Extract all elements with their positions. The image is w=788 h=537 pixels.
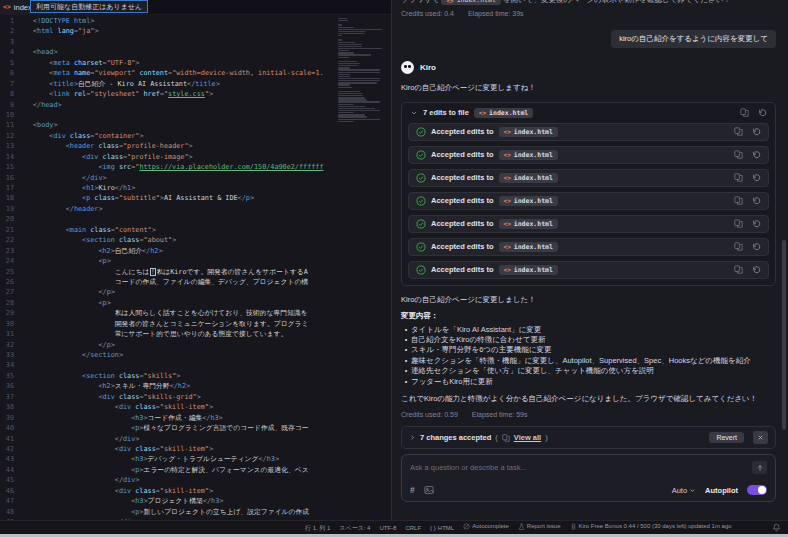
code-line: 17<h1>Kiro</h1> [0,183,335,193]
kiro-ide-window: <> index.html 利用可能な自動修正はありません 1<!DOCTYPE… [0,0,788,537]
revert-button[interactable]: Revert [709,432,744,443]
line-number: 9 [0,100,14,110]
chevron-right-icon[interactable] [409,434,416,441]
line-number: 49 [0,517,14,520]
chat-input[interactable] [410,463,752,472]
status-bar-item[interactable]: スペース: 4 [339,524,370,533]
minimap-line [338,116,367,117]
line-number: 37 [0,392,14,402]
check-circle-icon [416,219,426,229]
code-area[interactable]: 1<!DOCTYPE html>2<html lang="ja">34<head… [0,15,391,520]
diff-icon[interactable] [740,108,749,117]
code-editor-pane[interactable]: <> index.html 利用可能な自動修正はありません 1<!DOCTYPE… [0,0,392,520]
line-number: 24 [0,256,14,266]
diff-icon[interactable] [734,265,743,274]
minimap-line [338,54,371,55]
braces-icon: { } [430,525,436,531]
line-number: 21 [0,225,14,235]
undo-icon[interactable] [752,219,761,228]
line-number: 30 [0,319,14,329]
diff-icon[interactable] [734,127,743,136]
accepted-edit-label: Accepted edits to [431,127,494,136]
code-line: 36<h2>スキル・専門分野</h2> [0,381,335,391]
view-all-link[interactable]: View all [514,433,541,442]
minimap-line [338,76,350,77]
minimap-line [338,74,350,75]
diff-icon[interactable] [734,173,743,182]
check-circle-icon [416,196,426,206]
html-file-icon: <> [446,0,453,4]
minimap-line [338,63,360,64]
minimap-line [338,46,362,47]
undo-icon[interactable] [752,196,761,205]
line-number: 28 [0,298,14,308]
code-line: 20 [0,214,335,224]
edits-group-header[interactable]: 7 edits to file <>index.html [402,103,775,123]
status-bar-item[interactable]: 行 1, 列 1 [305,524,330,533]
line-number: 39 [0,413,14,423]
accepted-edit-label: Accepted edits to [431,196,494,205]
undo-icon[interactable] [752,265,761,274]
accepted-edit-row: Accepted edits to<>index.html [408,123,769,141]
file-chip: <>index.html [499,150,558,160]
image-icon[interactable] [424,485,434,495]
minimap-line [338,114,365,115]
undo-icon[interactable] [752,127,761,136]
file-chip: <>index.html [441,0,500,5]
changes-bullet: •タイトルを「Kiro AI Assistant」に変更 [401,325,776,335]
minimap-line [338,57,349,58]
chat-scrollbar-thumb[interactable] [782,240,786,430]
minimap-line [338,39,342,40]
file-chip: <>index.html [499,242,558,252]
html-file-icon: <> [504,174,511,181]
auto-mode-dropdown[interactable]: Auto [672,486,696,495]
status-bar-item[interactable]: Kiro Free Bonus 0.44 / 500 (30 days left… [570,523,732,530]
status-bar-item[interactable]: UTF-8 [379,525,396,531]
undo-icon[interactable] [758,108,767,117]
diff-icon[interactable] [734,150,743,159]
code-line: 26コードの作成、ファイルの編集、デバッグ、プロジェクトの構 [0,277,335,287]
status-bar-item[interactable]: { }HTML [430,525,454,531]
html-file-icon: <> [479,109,486,116]
status-bar-item[interactable]: Report issue [518,523,561,530]
undo-icon[interactable] [752,150,761,159]
code-line: 37<div class="skills-grid"> [0,392,335,402]
line-number: 31 [0,329,14,339]
minimap-line [338,50,349,51]
accepted-edit-label: Accepted edits to [431,173,494,182]
file-chip: <>index.html [499,265,558,275]
usage-stats: Credits used: 0.59Elapsed time: 59s [401,411,776,418]
user-message-bubble: kiroの自己紹介をするように内容を変更して [611,30,776,48]
autopilot-toggle[interactable] [747,485,767,495]
diff-icon[interactable] [734,196,743,205]
code-line: 1<!DOCTYPE html> [0,16,335,26]
undo-icon[interactable] [752,173,761,182]
minimap-line [338,93,362,94]
code-line: 33</section> [0,350,335,360]
diff-icon[interactable] [734,219,743,228]
minimap-line [338,27,354,28]
chevron-down-icon [410,109,418,117]
send-button[interactable] [752,461,767,474]
bell-icon[interactable] [772,523,788,532]
close-icon[interactable] [753,431,768,444]
check-circle-icon [416,173,426,183]
code-line: 44<p>エラーの特定と解決、パフォーマンスの最適化、ベス [0,465,335,475]
line-number: 10 [0,110,14,120]
minimap-line [338,65,358,66]
status-bar-item[interactable]: CRLF [405,525,421,531]
html-file-icon: <> [504,220,511,227]
changes-bullet: •趣味セクションを「特徴・機能」に変更し、Autopilot、Supervise… [401,356,776,366]
diff-icon[interactable] [734,242,743,251]
status-bar-item[interactable]: Autocomplete [463,523,509,530]
minimap-line [338,69,380,70]
undo-icon[interactable] [752,242,761,251]
line-number: 47 [0,496,14,506]
changes-bullet-list: •タイトルを「Kiro AI Assistant」に変更•自己紹介文をKiroの… [401,325,776,387]
line-number: 27 [0,287,14,297]
code-line: 41</div> [0,434,335,444]
context-hash-icon[interactable]: # [410,486,415,494]
code-line: 27</p> [0,287,335,297]
minimap[interactable] [338,18,388,123]
changes-bullet: •フッターもKiro用に更新 [401,377,776,387]
